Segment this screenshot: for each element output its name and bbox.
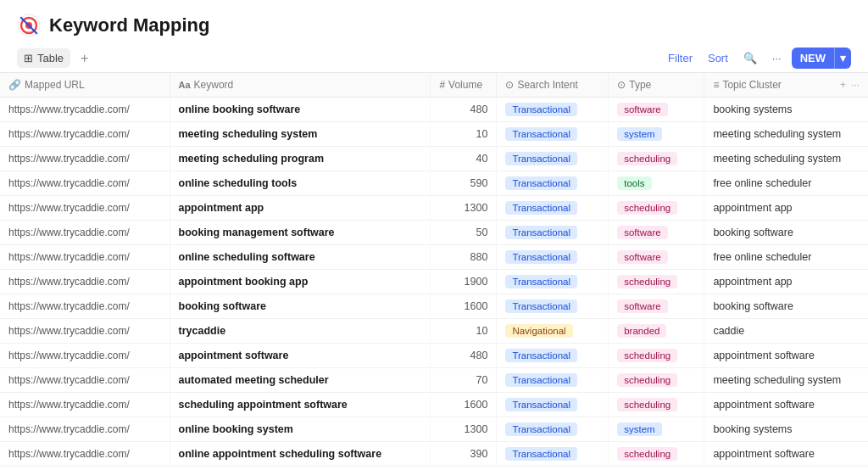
- app-logo-icon: [17, 14, 41, 37]
- url-cell: https://www.trycaddie.com/: [0, 442, 170, 467]
- new-button-arrow[interactable]: ▾: [834, 48, 851, 69]
- type-badge: scheduling: [617, 201, 677, 215]
- sort-button[interactable]: Sort: [703, 48, 733, 68]
- table-row[interactable]: https://www.trycaddie.com/ online schedu…: [0, 171, 868, 196]
- url-cell: https://www.trycaddie.com/: [0, 393, 170, 417]
- col-header-url-label: Mapped URL: [25, 79, 85, 91]
- col-header-volume: # Volume: [431, 73, 497, 98]
- cluster-cell: meeting scheduling system: [704, 147, 868, 171]
- intent-cell: Transactional: [497, 393, 609, 417]
- volume-cell: 10: [431, 319, 497, 344]
- table-row[interactable]: https://www.trycaddie.com/ online bookin…: [0, 417, 868, 442]
- type-cell: scheduling: [609, 393, 704, 417]
- table-row[interactable]: https://www.trycaddie.com/ automated mee…: [0, 368, 868, 393]
- intent-icon: ⊙: [505, 79, 514, 91]
- add-view-button[interactable]: +: [77, 49, 92, 68]
- url-cell: https://www.trycaddie.com/: [0, 98, 170, 122]
- volume-cell: 10: [431, 122, 497, 147]
- type-badge: scheduling: [617, 373, 677, 387]
- cluster-cell: appointment software: [704, 344, 868, 368]
- col-header-intent-label: Search Intent: [517, 79, 577, 91]
- url-cell: https://www.trycaddie.com/: [0, 221, 170, 245]
- table-row[interactable]: https://www.trycaddie.com/ online appoin…: [0, 442, 868, 467]
- type-cell: tools: [609, 171, 704, 196]
- type-icon: ⊙: [617, 79, 626, 91]
- table-row[interactable]: https://www.trycaddie.com/ booking manag…: [0, 221, 868, 245]
- type-cell: scheduling: [609, 368, 704, 393]
- intent-badge: Transactional: [505, 275, 577, 288]
- col-header-keyword-label: Keyword: [194, 79, 234, 91]
- table-row[interactable]: https://www.trycaddie.com/ booking softw…: [0, 294, 868, 319]
- url-cell: https://www.trycaddie.com/: [0, 417, 170, 442]
- type-badge: tools: [617, 176, 651, 190]
- volume-cell: 590: [431, 171, 497, 196]
- filter-button[interactable]: Filter: [663, 48, 698, 68]
- type-cell: scheduling: [609, 467, 704, 467]
- cluster-cell: meeting scheduling system: [704, 122, 868, 147]
- col-header-cluster-label: Topic Cluster: [722, 79, 781, 91]
- type-badge: scheduling: [617, 349, 677, 362]
- cluster-cell: meeting scheduling system: [704, 368, 868, 393]
- intent-badge: Transactional: [505, 299, 577, 313]
- volume-cell: 50: [431, 221, 497, 245]
- volume-cell: 1300: [431, 196, 497, 221]
- text-icon: Aa: [179, 80, 191, 90]
- new-button[interactable]: NEW ▾: [792, 48, 851, 69]
- intent-cell: Transactional: [497, 245, 609, 270]
- cluster-cell: appointment software: [704, 442, 868, 467]
- table-row[interactable]: https://www.trycaddie.com/ online schedu…: [0, 245, 868, 270]
- type-badge: scheduling: [617, 275, 677, 288]
- cluster-cell: appointment software: [704, 393, 868, 417]
- table-row[interactable]: https://www.trycaddie.com/ meeting sched…: [0, 122, 868, 147]
- volume-cell: 1900: [431, 270, 497, 294]
- intent-cell: Transactional: [497, 467, 609, 467]
- cluster-cell: booking software: [704, 221, 868, 245]
- type-badge: scheduling: [617, 447, 677, 461]
- table-row[interactable]: https://www.trycaddie.com/ online bookin…: [0, 98, 868, 122]
- type-cell: scheduling: [609, 196, 704, 221]
- table-row[interactable]: https://www.trycaddie.com/ appointment a…: [0, 196, 868, 221]
- add-column-icon[interactable]: +: [840, 79, 846, 91]
- type-badge: system: [617, 127, 661, 141]
- more-options-button[interactable]: ···: [767, 48, 787, 68]
- type-cell: scheduling: [609, 270, 704, 294]
- url-cell: https://www.trycaddie.com/: [0, 319, 170, 344]
- table-row[interactable]: https://www.trycaddie.com/ scheduling ap…: [0, 393, 868, 417]
- url-cell: https://www.trycaddie.com/: [0, 368, 170, 393]
- table-row[interactable]: https://www.trycaddie.com/ meeting sched…: [0, 147, 868, 171]
- intent-badge: Transactional: [505, 103, 577, 116]
- col-header-type-label: Type: [629, 79, 651, 91]
- cluster-cell: booking software: [704, 294, 868, 319]
- type-badge: scheduling: [617, 398, 677, 411]
- volume-cell: 70: [431, 368, 497, 393]
- keyword-cell: online scheduling software: [170, 245, 431, 270]
- col-header-type: ⊙ Type: [609, 73, 704, 98]
- keyword-table: 🔗 Mapped URL Aa Keyword # Volume: [0, 73, 868, 467]
- col-header-keyword: Aa Keyword: [170, 73, 431, 98]
- intent-badge: Transactional: [505, 226, 577, 239]
- table-row[interactable]: https://www.trycaddie.com/ scheduling au…: [0, 467, 868, 467]
- volume-cell: 1300: [431, 417, 497, 442]
- intent-badge: Transactional: [505, 201, 577, 215]
- table-icon: ⊞: [24, 52, 33, 64]
- url-cell: https://www.trycaddie.com/: [0, 467, 170, 467]
- link-icon: 🔗: [8, 79, 21, 91]
- keyword-cell: online booking software: [170, 98, 431, 122]
- intent-badge: Transactional: [505, 152, 577, 165]
- intent-badge: Navigational: [505, 324, 572, 338]
- cluster-cell: booking systems: [704, 98, 868, 122]
- table-row[interactable]: https://www.trycaddie.com/ appointment b…: [0, 270, 868, 294]
- table-header-row: 🔗 Mapped URL Aa Keyword # Volume: [0, 73, 868, 98]
- keyword-cell: scheduling appointment software: [170, 393, 431, 417]
- intent-badge: Transactional: [505, 447, 577, 461]
- column-more-icon[interactable]: ···: [851, 79, 860, 91]
- table-row[interactable]: https://www.trycaddie.com/ trycaddie 10 …: [0, 319, 868, 344]
- type-cell: scheduling: [609, 147, 704, 171]
- table-row[interactable]: https://www.trycaddie.com/ appointment s…: [0, 344, 868, 368]
- keyword-cell: meeting scheduling system: [170, 122, 431, 147]
- search-button[interactable]: 🔍: [738, 48, 762, 68]
- table-tab[interactable]: ⊞ Table: [17, 48, 70, 68]
- type-cell: scheduling: [609, 442, 704, 467]
- url-cell: https://www.trycaddie.com/: [0, 245, 170, 270]
- intent-cell: Transactional: [497, 122, 609, 147]
